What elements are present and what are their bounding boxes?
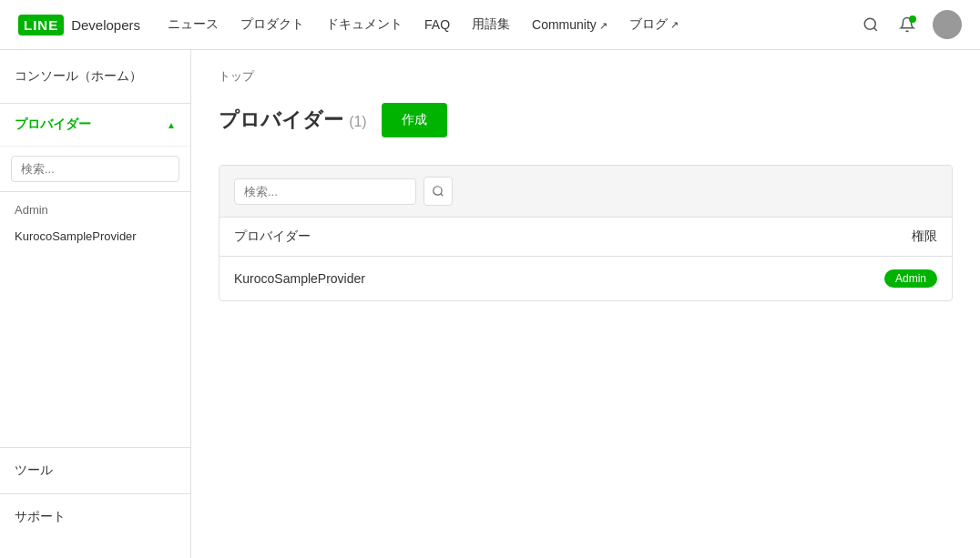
- sidebar-spacer: [0, 250, 190, 447]
- logo-line: LINE: [18, 15, 64, 36]
- admin-badge: Admin: [884, 269, 937, 288]
- breadcrumb: トップ: [219, 68, 953, 85]
- nav-blog[interactable]: ブログ: [629, 16, 679, 33]
- sidebar-item-providers[interactable]: プロバイダー ▲: [0, 104, 190, 147]
- table-search-button[interactable]: [424, 177, 453, 206]
- table-search-input[interactable]: [234, 178, 416, 205]
- nav-community[interactable]: Community: [532, 17, 607, 32]
- sidebar-item-support[interactable]: サポート: [0, 493, 190, 540]
- create-button[interactable]: 作成: [382, 103, 447, 137]
- nav-glossary[interactable]: 用語集: [472, 16, 510, 33]
- sidebar-search: [0, 147, 190, 192]
- nav-docs[interactable]: ドキュメント: [326, 16, 403, 33]
- page-count: (1): [349, 114, 367, 129]
- col-permissions: 権限: [912, 228, 937, 245]
- page-title: プロバイダー (1): [219, 107, 367, 134]
- nav-faq[interactable]: FAQ: [424, 17, 450, 32]
- provider-name: KurocoSampleProvider: [234, 271, 365, 286]
- sidebar: コンソール（ホーム） プロバイダー ▲ Admin KurocoSamplePr…: [0, 50, 191, 558]
- avatar[interactable]: [933, 10, 962, 39]
- svg-point-0: [864, 18, 875, 29]
- sidebar-search-input[interactable]: [11, 156, 179, 182]
- table-header: プロバイダー 権限: [219, 218, 952, 257]
- sidebar-item-console[interactable]: コンソール（ホーム）: [0, 50, 190, 104]
- logo[interactable]: LINE Developers: [18, 15, 140, 36]
- sidebar-item-tools[interactable]: ツール: [0, 447, 190, 493]
- notification-dot: [909, 15, 916, 23]
- notification-icon[interactable]: [896, 14, 918, 36]
- logo-developers: Developers: [71, 17, 140, 33]
- providers-table: プロバイダー 権限 KurocoSampleProvider Admin: [219, 165, 953, 301]
- sidebar-arrow-icon: ▲: [167, 120, 176, 130]
- svg-line-3: [441, 194, 444, 197]
- svg-point-2: [434, 187, 442, 195]
- layout: コンソール（ホーム） プロバイダー ▲ Admin KurocoSamplePr…: [0, 50, 980, 558]
- sidebar-group-admin: Admin: [0, 192, 190, 222]
- nav-products[interactable]: プロダクト: [240, 16, 304, 33]
- sidebar-provider-kuroco[interactable]: KurocoSampleProvider: [0, 222, 190, 250]
- page-header: プロバイダー (1) 作成: [219, 103, 953, 137]
- header-actions: [860, 10, 962, 39]
- table-search-bar: [219, 166, 952, 218]
- nav-news[interactable]: ニュース: [168, 16, 219, 33]
- search-icon[interactable]: [860, 14, 882, 36]
- header: LINE Developers ニュース プロダクト ドキュメント FAQ 用語…: [0, 0, 980, 50]
- table-row[interactable]: KurocoSampleProvider Admin: [219, 257, 952, 300]
- page-title-text: プロバイダー: [219, 108, 343, 131]
- main-nav: ニュース プロダクト ドキュメント FAQ 用語集 Community ブログ: [168, 16, 860, 33]
- svg-line-1: [873, 27, 876, 30]
- main-content: トップ プロバイダー (1) 作成 プロバイダー 権限: [191, 50, 980, 558]
- search-icon: [432, 185, 444, 198]
- col-provider: プロバイダー: [234, 228, 311, 245]
- sidebar-providers-label: プロバイダー: [15, 117, 91, 133]
